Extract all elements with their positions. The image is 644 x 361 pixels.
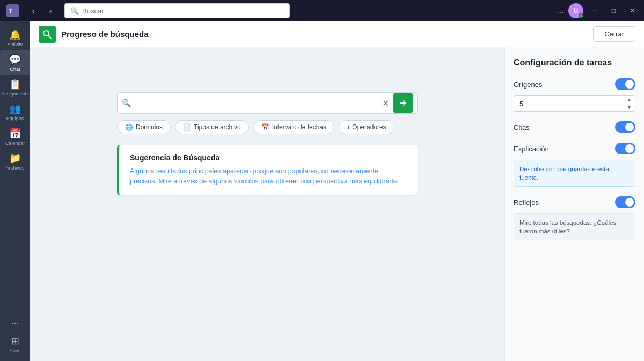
dominios-label: Dominios — [136, 123, 163, 131]
reflejos-label: Reflejos — [514, 198, 539, 207]
operadores-label: + Operadores — [347, 123, 386, 131]
titlebar-right: ... U − □ × — [557, 3, 640, 18]
svg-text:T: T — [9, 7, 13, 15]
search-icon: 🔍 — [70, 7, 79, 15]
sidebar-item-files[interactable]: 📁 Archivos — [0, 149, 30, 174]
page-title: Progreso de búsqueda — [61, 30, 593, 39]
sidebar-item-activity-label: Activity — [8, 42, 23, 47]
avatar-status — [579, 13, 583, 18]
origenes-row: Orígenes — [514, 78, 635, 90]
filter-operadores[interactable]: + Operadores — [339, 120, 394, 134]
dominios-icon: 🌐 — [125, 123, 133, 131]
teams-logo: T — [4, 2, 21, 19]
titlebar-search-input[interactable] — [82, 7, 284, 15]
sidebar-item-chat[interactable]: 💬 Chat — [0, 50, 30, 75]
forward-button[interactable]: › — [43, 3, 58, 18]
citas-toggle[interactable] — [615, 121, 635, 133]
sidebar-item-apps[interactable]: ⊞ Apps — [0, 332, 30, 357]
reflejos-section: Reflejos Mire todas las búsquedas. ¿Cuál… — [514, 196, 635, 240]
origenes-spinner[interactable]: 5 ▲ ▼ — [514, 95, 635, 112]
filter-intervalo-fechas[interactable]: 📅 Intervalo de fechas — [253, 120, 334, 134]
sidebar-item-calendar[interactable]: 📅 Calendar — [0, 124, 30, 149]
search-box-icon: 🔍 — [122, 99, 131, 107]
sidebar-item-teams[interactable]: 👥 Equipos — [0, 100, 30, 124]
submit-search-button[interactable] — [393, 93, 413, 113]
spinner-down[interactable]: ▼ — [624, 104, 635, 111]
filter-tipos-archivo[interactable]: 📄 Tipos de archivo — [175, 120, 249, 134]
suggestion-title: Sugerencia de Búsqueda — [130, 153, 407, 162]
chat-icon: 💬 — [9, 54, 21, 65]
titlebar: T ‹ › 🔍 ... U − □ × — [0, 0, 644, 21]
citas-section: Citas — [514, 121, 635, 133]
apps-add-icon: ⊞ — [11, 335, 19, 347]
files-icon: 📁 — [9, 152, 21, 164]
back-button[interactable]: ‹ — [26, 3, 41, 18]
close-button[interactable]: × — [625, 5, 640, 17]
explicacion-row: Explicación — [514, 143, 635, 154]
close-panel-button[interactable]: Cerrar — [593, 26, 635, 42]
config-panel: Configuración de tareas Orígenes 5 ▲ ▼ — [504, 47, 644, 361]
tipos-archivo-label: Tipos de archivo — [194, 123, 241, 131]
sidebar-more-icon[interactable]: ··· — [8, 314, 22, 332]
top-bar: Progreso de búsqueda Cerrar — [30, 21, 644, 47]
explicacion-box: Describe por qué guardaste esta fuente. — [514, 160, 635, 187]
origenes-label: Orígenes — [514, 80, 542, 89]
activity-icon: 🔔 — [9, 29, 21, 41]
citas-label: Citas — [514, 123, 530, 131]
calendar-icon: 📅 — [9, 128, 21, 139]
filter-row: 🌐 Dominios 📄 Tipos de archivo 📅 Interval… — [117, 120, 418, 134]
titlebar-search[interactable]: 🔍 — [64, 3, 290, 18]
sidebar-item-calendar-label: Calendar — [5, 141, 25, 146]
reflejos-box: Mire todas las búsquedas. ¿Cuáles fueron… — [514, 213, 635, 240]
sidebar-item-apps-label: Apps — [10, 348, 21, 353]
search-box[interactable]: 🔍 qué comen los astronautas ✕ — [117, 92, 418, 114]
content-area: Progreso de búsqueda Cerrar 🔍 qué comen … — [30, 21, 644, 361]
explicacion-section: Explicación Describe por qué guardaste e… — [514, 143, 635, 187]
citas-row: Citas — [514, 121, 635, 133]
intervalo-fechas-icon: 📅 — [261, 123, 269, 131]
explicacion-label: Explicación — [514, 145, 549, 153]
sidebar-item-activity[interactable]: 🔔 Activity — [0, 26, 30, 50]
body-split: 🔍 qué comen los astronautas ✕ 🌐 Dominios — [30, 47, 644, 361]
reflejos-toggle[interactable] — [615, 196, 635, 208]
search-panel: 🔍 qué comen los astronautas ✕ 🌐 Dominios — [30, 47, 504, 361]
avatar-wrap[interactable]: U — [568, 3, 583, 18]
spinner-up[interactable]: ▲ — [624, 96, 635, 104]
explicacion-toggle[interactable] — [615, 143, 635, 154]
sidebar-item-assignments[interactable]: 📋 Assignments — [0, 75, 30, 100]
sidebar: 🔔 Activity 💬 Chat 📋 Assignments 👥 Equipo… — [0, 21, 30, 361]
search-progress-icon — [39, 26, 56, 43]
sidebar-item-teams-label: Equipos — [6, 116, 24, 121]
filter-dominios[interactable]: 🌐 Dominios — [117, 120, 171, 134]
reflejos-row: Reflejos — [514, 196, 635, 208]
origenes-toggle[interactable] — [615, 78, 635, 90]
intervalo-fechas-label: Intervalo de fechas — [272, 123, 326, 131]
origenes-value: 5 — [514, 97, 624, 111]
spinner-buttons: ▲ ▼ — [624, 96, 635, 111]
sidebar-item-assignments-label: Assignments — [1, 91, 29, 97]
tipos-archivo-icon: 📄 — [183, 123, 191, 131]
assignments-icon: 📋 — [9, 78, 21, 90]
sidebar-item-chat-label: Chat — [10, 67, 20, 72]
clear-search-button[interactable]: ✕ — [381, 97, 390, 109]
teams-icon: 👥 — [9, 103, 21, 115]
suggestion-text: Algunos resultados principales aparecen … — [130, 166, 407, 187]
main-layout: 🔔 Activity 💬 Chat 📋 Assignments 👥 Equipo… — [0, 21, 644, 361]
nav-buttons: ‹ › — [26, 3, 58, 18]
suggestion-card: Sugerencia de Búsqueda Algunos resultado… — [117, 145, 418, 195]
sidebar-item-files-label: Archivos — [6, 165, 25, 171]
more-options-icon[interactable]: ... — [557, 6, 564, 16]
minimize-button[interactable]: − — [588, 5, 602, 17]
maximize-button[interactable]: □ — [606, 5, 621, 17]
svg-line-3 — [48, 35, 51, 38]
search-input[interactable]: qué comen los astronautas — [134, 99, 378, 107]
origenes-section: Orígenes 5 ▲ ▼ — [514, 78, 635, 112]
config-panel-title: Configuración de tareas — [514, 58, 635, 68]
